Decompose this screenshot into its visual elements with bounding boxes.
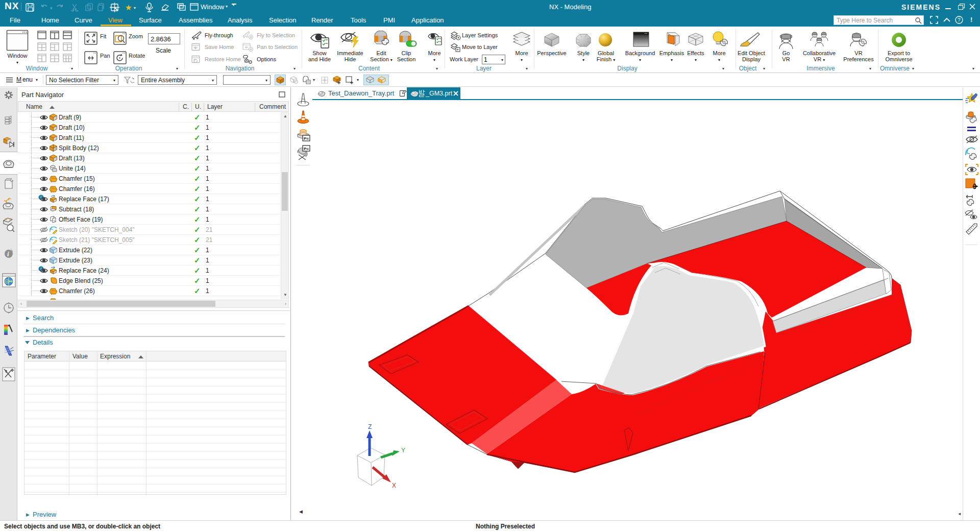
svg-text:▾: ▾ [134, 6, 136, 10]
svg-text:▾: ▾ [50, 6, 53, 11]
svg-text:i: i [7, 250, 9, 258]
svg-text:?: ? [958, 17, 961, 23]
svg-text:★: ★ [125, 3, 132, 12]
svg-text:X: X [392, 482, 396, 489]
svg-text:P=: P= [304, 147, 309, 151]
svg-text:Z: Z [368, 423, 372, 430]
svg-text:Y: Y [401, 447, 405, 454]
svg-text:P=: P= [304, 136, 309, 141]
